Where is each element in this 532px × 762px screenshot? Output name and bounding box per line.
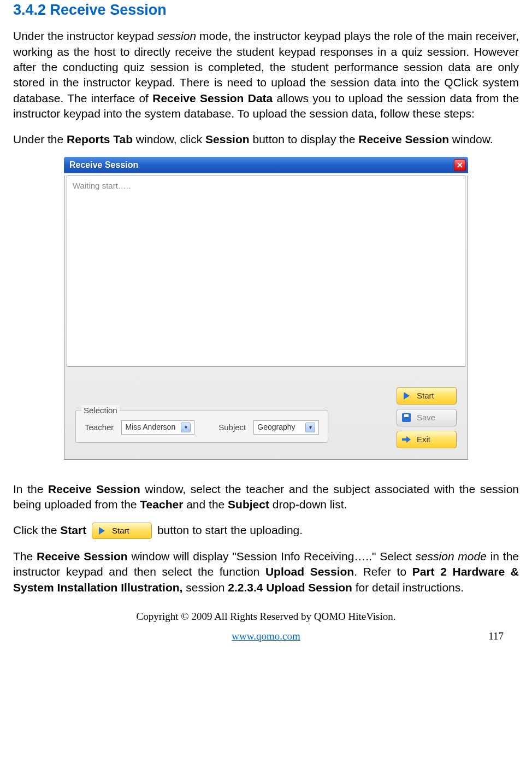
paragraph-4: Click the Start Start button to start th… [13,523,519,539]
footer-url[interactable]: www.qomo.com [232,630,300,642]
section-heading: 3.4.2 Receive Session [13,0,519,20]
dialog-titlebar[interactable]: Receive Session ✕ [64,157,468,173]
paragraph-3: In the Receive Session window, select th… [13,482,519,513]
text-italic: session mode [415,550,487,562]
text: window. [449,133,493,145]
selection-legend: Selection [81,405,120,416]
text: Under the [13,133,67,145]
text-bold: Session [205,133,250,145]
play-icon [97,526,107,536]
text: window will display "Session Info Receiv… [128,550,416,562]
text-bold: 2.2.3.4 Upload Session [228,581,352,594]
receive-session-dialog: Receive Session ✕ Waiting start….. Selec… [64,157,468,460]
text-italic: session [157,30,196,42]
selection-fieldset: Selection Teacher Miss Anderson ▾ Subjec… [75,410,328,443]
save-label: Save [417,412,435,423]
page-number: 117 [488,629,504,643]
dialog-content-area: Waiting start….. [67,175,465,367]
teacher-dropdown[interactable]: Miss Anderson ▾ [121,420,194,435]
text-bold: Subject [228,498,269,511]
text: window, click [133,133,205,145]
text-bold: Start [60,524,86,536]
close-button[interactable]: ✕ [454,159,466,171]
close-icon: ✕ [457,161,463,169]
paragraph-2: Under the Reports Tab window, click Sess… [13,132,519,147]
subject-label: Subject [218,422,246,433]
waiting-text: Waiting start….. [73,181,131,190]
exit-arrow-icon [401,435,411,444]
text: . Refer to [354,565,412,578]
save-button[interactable]: Save [397,409,457,426]
paragraph-5: The Receive Session window will display … [13,549,519,595]
text: for detail instructions. [352,581,464,594]
copyright-text: Copyright © 2009 All Rights Reserved by … [13,609,519,624]
text-bold: Receive Session [37,550,128,562]
subject-dropdown[interactable]: Geography ▾ [253,420,319,435]
play-icon [401,391,411,401]
start-label: Start [112,525,129,536]
subject-value: Geography [257,422,295,432]
inline-start-button: Start [92,523,152,539]
exit-button[interactable]: Exit [397,431,457,448]
selection-group: Selection Teacher Miss Anderson ▾ Subjec… [75,410,328,443]
button-stack: Start Save Exit [397,387,457,448]
text: button to start the uploading. [157,524,303,536]
chevron-down-icon: ▾ [305,423,315,432]
text: session [182,581,228,594]
text-bold: Receive Session [48,483,140,495]
paragraph-1: Under the instructor keypad session mode… [13,28,519,121]
text: The [13,550,37,562]
exit-label: Exit [417,434,430,445]
start-button[interactable]: Start [397,387,457,405]
text: Click the [13,524,60,536]
text: drop-down list. [269,498,347,511]
text-bold: Upload Session [265,565,354,578]
text: Under the instructor keypad [13,30,157,42]
teacher-value: Miss Anderson [125,422,175,432]
text-bold: Receive Session Data [152,92,273,104]
text: button to display the [250,133,359,145]
text-bold: Receive Session [358,133,449,145]
dialog-title: Receive Session [69,159,138,171]
footer: Copyright © 2009 All Rights Reserved by … [13,609,519,643]
chevron-down-icon: ▾ [181,423,191,432]
teacher-label: Teacher [85,422,114,433]
text-bold: Reports Tab [67,133,133,145]
text: In the [13,483,48,495]
floppy-icon [401,413,411,423]
start-label: Start [417,390,434,401]
dialog-body: Waiting start….. Selection Teacher Miss … [64,175,468,460]
text-bold: Teacher [140,498,183,511]
text: and the [183,498,228,511]
